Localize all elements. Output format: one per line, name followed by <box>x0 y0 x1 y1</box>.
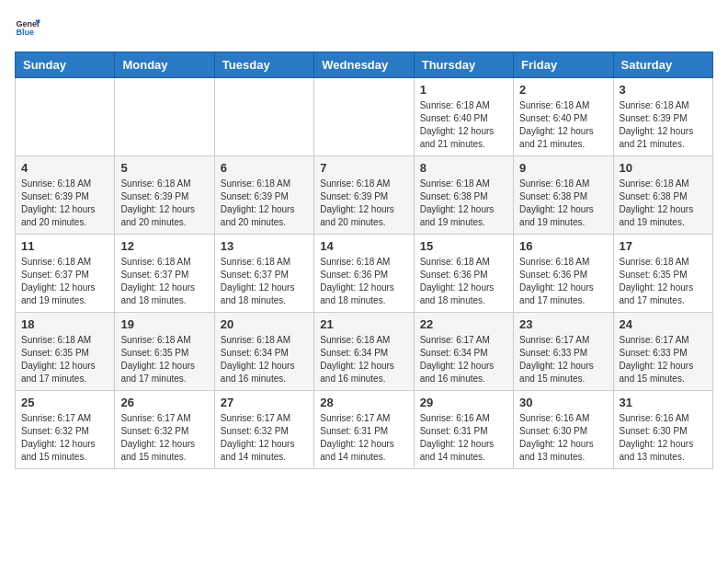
day-number: 30 <box>519 396 607 409</box>
day-info: Sunrise: 6:18 AM Sunset: 6:35 PM Dayligh… <box>120 334 208 385</box>
calendar-cell: 6Sunrise: 6:18 AM Sunset: 6:39 PM Daylig… <box>214 156 313 235</box>
calendar-cell <box>16 78 115 156</box>
day-info: Sunrise: 6:18 AM Sunset: 6:38 PM Dayligh… <box>519 178 607 229</box>
day-number: 10 <box>620 161 707 175</box>
calendar-day-header: Thursday <box>414 52 513 78</box>
calendar-cell: 16Sunrise: 6:18 AM Sunset: 6:36 PM Dayli… <box>514 235 613 313</box>
day-number: 20 <box>221 317 308 331</box>
day-number: 1 <box>420 83 507 97</box>
calendar-cell: 28Sunrise: 6:17 AM Sunset: 6:31 PM Dayli… <box>314 391 414 469</box>
day-info: Sunrise: 6:16 AM Sunset: 6:31 PM Dayligh… <box>420 412 507 464</box>
calendar-day-header: Saturday <box>613 52 712 78</box>
calendar-cell: 11Sunrise: 6:18 AM Sunset: 6:37 PM Dayli… <box>16 235 115 313</box>
page-header: General Blue <box>15 15 713 40</box>
day-number: 26 <box>120 396 208 409</box>
calendar-cell: 27Sunrise: 6:17 AM Sunset: 6:32 PM Dayli… <box>214 391 313 469</box>
day-number: 19 <box>120 317 208 331</box>
calendar-cell: 21Sunrise: 6:18 AM Sunset: 6:34 PM Dayli… <box>314 313 414 391</box>
calendar-day-header: Tuesday <box>214 52 313 78</box>
day-info: Sunrise: 6:18 AM Sunset: 6:34 PM Dayligh… <box>320 334 407 385</box>
day-info: Sunrise: 6:18 AM Sunset: 6:37 PM Dayligh… <box>221 256 308 307</box>
calendar-cell: 15Sunrise: 6:18 AM Sunset: 6:36 PM Dayli… <box>414 235 513 313</box>
calendar-day-header: Wednesday <box>314 52 414 78</box>
calendar-cell: 19Sunrise: 6:18 AM Sunset: 6:35 PM Dayli… <box>115 313 214 391</box>
day-info: Sunrise: 6:18 AM Sunset: 6:39 PM Dayligh… <box>620 99 707 151</box>
day-info: Sunrise: 6:18 AM Sunset: 6:36 PM Dayligh… <box>320 256 407 307</box>
day-number: 15 <box>420 239 507 253</box>
day-number: 9 <box>519 161 607 175</box>
calendar-cell: 24Sunrise: 6:17 AM Sunset: 6:33 PM Dayli… <box>613 313 712 391</box>
calendar-cell: 22Sunrise: 6:17 AM Sunset: 6:34 PM Dayli… <box>414 313 513 391</box>
calendar-cell: 17Sunrise: 6:18 AM Sunset: 6:35 PM Dayli… <box>613 235 712 313</box>
day-info: Sunrise: 6:18 AM Sunset: 6:35 PM Dayligh… <box>21 334 108 385</box>
day-number: 2 <box>519 83 607 97</box>
day-info: Sunrise: 6:18 AM Sunset: 6:36 PM Dayligh… <box>519 256 607 307</box>
calendar-cell: 23Sunrise: 6:17 AM Sunset: 6:33 PM Dayli… <box>514 313 613 391</box>
day-info: Sunrise: 6:18 AM Sunset: 6:38 PM Dayligh… <box>420 178 507 229</box>
svg-text:Blue: Blue <box>16 28 34 37</box>
calendar-week-row: 25Sunrise: 6:17 AM Sunset: 6:32 PM Dayli… <box>16 391 713 469</box>
day-number: 29 <box>420 396 507 409</box>
calendar-cell: 20Sunrise: 6:18 AM Sunset: 6:34 PM Dayli… <box>214 313 313 391</box>
day-info: Sunrise: 6:17 AM Sunset: 6:32 PM Dayligh… <box>21 412 108 464</box>
day-number: 23 <box>519 317 607 331</box>
day-info: Sunrise: 6:16 AM Sunset: 6:30 PM Dayligh… <box>620 412 707 464</box>
day-number: 5 <box>120 161 208 175</box>
calendar-cell: 25Sunrise: 6:17 AM Sunset: 6:32 PM Dayli… <box>16 391 115 469</box>
day-number: 13 <box>221 239 308 253</box>
day-number: 25 <box>21 396 108 409</box>
day-number: 14 <box>320 239 407 253</box>
calendar-cell: 18Sunrise: 6:18 AM Sunset: 6:35 PM Dayli… <box>16 313 115 391</box>
calendar-cell: 13Sunrise: 6:18 AM Sunset: 6:37 PM Dayli… <box>214 235 313 313</box>
day-info: Sunrise: 6:18 AM Sunset: 6:39 PM Dayligh… <box>21 178 108 229</box>
day-number: 21 <box>320 317 407 331</box>
calendar-cell: 10Sunrise: 6:18 AM Sunset: 6:38 PM Dayli… <box>613 156 712 235</box>
day-info: Sunrise: 6:18 AM Sunset: 6:35 PM Dayligh… <box>620 256 707 307</box>
calendar-cell: 12Sunrise: 6:18 AM Sunset: 6:37 PM Dayli… <box>115 235 214 313</box>
calendar-day-header: Friday <box>514 52 613 78</box>
day-number: 22 <box>420 317 507 331</box>
day-info: Sunrise: 6:18 AM Sunset: 6:37 PM Dayligh… <box>21 256 108 307</box>
calendar-cell: 26Sunrise: 6:17 AM Sunset: 6:32 PM Dayli… <box>115 391 214 469</box>
day-info: Sunrise: 6:17 AM Sunset: 6:33 PM Dayligh… <box>519 334 607 385</box>
day-number: 27 <box>221 396 308 409</box>
day-number: 16 <box>519 239 607 253</box>
calendar-cell: 3Sunrise: 6:18 AM Sunset: 6:39 PM Daylig… <box>613 78 712 156</box>
calendar-week-row: 18Sunrise: 6:18 AM Sunset: 6:35 PM Dayli… <box>16 313 713 391</box>
calendar-day-header: Sunday <box>16 52 115 78</box>
day-number: 4 <box>21 161 108 175</box>
day-number: 8 <box>420 161 507 175</box>
calendar-cell: 8Sunrise: 6:18 AM Sunset: 6:38 PM Daylig… <box>414 156 513 235</box>
day-number: 18 <box>21 317 108 331</box>
calendar-cell: 5Sunrise: 6:18 AM Sunset: 6:39 PM Daylig… <box>115 156 214 235</box>
day-number: 31 <box>620 396 707 409</box>
calendar-cell: 14Sunrise: 6:18 AM Sunset: 6:36 PM Dayli… <box>314 235 414 313</box>
day-info: Sunrise: 6:18 AM Sunset: 6:37 PM Dayligh… <box>120 256 208 307</box>
day-info: Sunrise: 6:18 AM Sunset: 6:40 PM Dayligh… <box>519 99 607 151</box>
calendar-week-row: 1Sunrise: 6:18 AM Sunset: 6:40 PM Daylig… <box>16 78 713 156</box>
day-info: Sunrise: 6:18 AM Sunset: 6:36 PM Dayligh… <box>420 256 507 307</box>
day-number: 24 <box>620 317 707 331</box>
calendar-table: SundayMondayTuesdayWednesdayThursdayFrid… <box>15 52 713 469</box>
calendar-cell: 30Sunrise: 6:16 AM Sunset: 6:30 PM Dayli… <box>514 391 613 469</box>
day-number: 12 <box>120 239 208 253</box>
calendar-cell: 2Sunrise: 6:18 AM Sunset: 6:40 PM Daylig… <box>514 78 613 156</box>
day-info: Sunrise: 6:18 AM Sunset: 6:39 PM Dayligh… <box>221 178 308 229</box>
calendar-cell: 7Sunrise: 6:18 AM Sunset: 6:39 PM Daylig… <box>314 156 414 235</box>
calendar-cell <box>214 78 313 156</box>
calendar-cell <box>314 78 414 156</box>
calendar-week-row: 4Sunrise: 6:18 AM Sunset: 6:39 PM Daylig… <box>16 156 713 235</box>
logo-icon: General Blue <box>15 15 40 40</box>
day-info: Sunrise: 6:17 AM Sunset: 6:34 PM Dayligh… <box>420 334 507 385</box>
day-info: Sunrise: 6:18 AM Sunset: 6:39 PM Dayligh… <box>120 178 208 229</box>
day-info: Sunrise: 6:17 AM Sunset: 6:31 PM Dayligh… <box>320 412 407 464</box>
day-number: 3 <box>620 83 707 97</box>
calendar-cell: 4Sunrise: 6:18 AM Sunset: 6:39 PM Daylig… <box>16 156 115 235</box>
day-number: 28 <box>320 396 407 409</box>
day-number: 11 <box>21 239 108 253</box>
day-info: Sunrise: 6:17 AM Sunset: 6:32 PM Dayligh… <box>120 412 208 464</box>
day-info: Sunrise: 6:16 AM Sunset: 6:30 PM Dayligh… <box>519 412 607 464</box>
calendar-cell: 29Sunrise: 6:16 AM Sunset: 6:31 PM Dayli… <box>414 391 513 469</box>
day-number: 7 <box>320 161 407 175</box>
calendar-cell: 1Sunrise: 6:18 AM Sunset: 6:40 PM Daylig… <box>414 78 513 156</box>
